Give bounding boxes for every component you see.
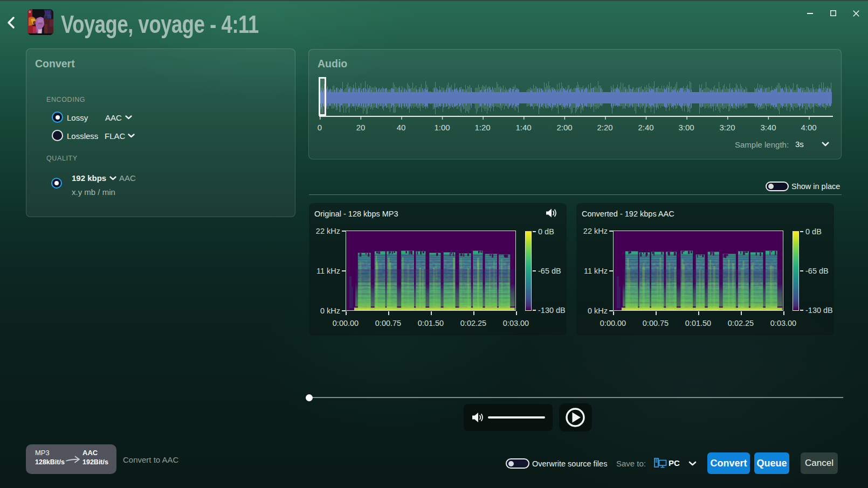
- svg-text:D: D: [29, 10, 31, 13]
